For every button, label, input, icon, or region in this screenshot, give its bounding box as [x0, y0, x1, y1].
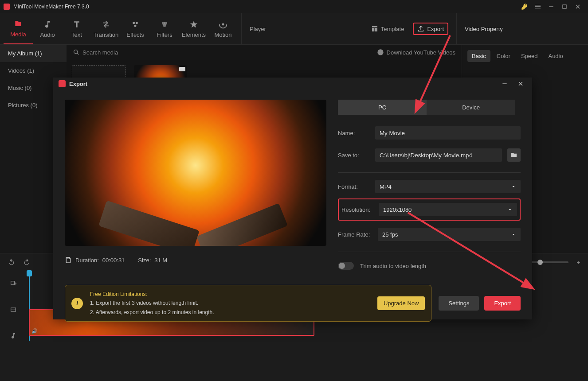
- size-value: 31 M: [154, 257, 167, 264]
- svg-line-12: [77, 53, 78, 54]
- download-label: Download YouTube Videos: [387, 49, 455, 56]
- duration-value: 00:00:31: [102, 257, 125, 264]
- tab-effects[interactable]: Effects: [121, 13, 150, 44]
- svg-point-13: [377, 49, 383, 55]
- prop-tab-audio[interactable]: Audio: [544, 50, 567, 62]
- dialog-close-button[interactable]: [514, 78, 527, 90]
- svg-rect-1: [563, 5, 566, 8]
- browse-folder-button[interactable]: [507, 148, 521, 162]
- svg-rect-19: [11, 308, 16, 311]
- chevron-down-icon: [511, 184, 516, 189]
- svg-point-11: [74, 50, 78, 54]
- settings-button[interactable]: Settings: [439, 296, 479, 311]
- duration-label: Duration:: [75, 257, 99, 264]
- tab-elements[interactable]: Elements: [179, 13, 208, 44]
- menu-icon[interactable]: [531, 0, 545, 13]
- limitations-line2: 2. Afterwards, export video up to 2 minu…: [90, 308, 370, 317]
- tab-audio[interactable]: Audio: [33, 13, 62, 44]
- export-dialog: Export Duration: 00:00:31 Size: 31 M PC …: [53, 78, 532, 319]
- export-tab-pc[interactable]: PC: [338, 100, 427, 115]
- limitations-header: Free Edition Limitations:: [90, 290, 370, 299]
- dialog-minimize-button[interactable]: [498, 78, 511, 90]
- minimize-button[interactable]: [545, 0, 558, 13]
- template-label: Template: [381, 26, 404, 32]
- tab-label: Text: [71, 31, 82, 38]
- tab-label: Audio: [40, 31, 55, 38]
- trim-audio-label: Trim audio to video length: [360, 263, 426, 269]
- sidebar-item-videos[interactable]: Videos (1): [0, 62, 67, 79]
- tab-filters[interactable]: Filters: [150, 13, 179, 44]
- prop-tab-basic[interactable]: Basic: [467, 50, 490, 62]
- export-preview: [65, 100, 326, 246]
- main-toolbar: Media Audio Text Transition Effects Filt…: [0, 13, 588, 45]
- redo-icon[interactable]: [23, 258, 30, 267]
- svg-point-9: [163, 24, 166, 27]
- svg-rect-24: [67, 257, 69, 259]
- svg-point-4: [133, 22, 135, 24]
- resolution-value: 1920x1080: [383, 206, 412, 213]
- download-youtube-button[interactable]: Download YouTube Videos: [377, 49, 455, 56]
- app-title: MiniTool MovieMaker Free 7.3.0: [13, 4, 89, 10]
- prop-tab-speed[interactable]: Speed: [517, 50, 542, 62]
- tab-label: Effects: [126, 31, 144, 38]
- chevron-down-icon: [511, 232, 516, 237]
- format-value: MP4: [380, 183, 392, 190]
- search-icon: [73, 49, 80, 56]
- export-dialog-logo-icon: [59, 80, 66, 87]
- sidebar-item-myalbum[interactable]: My Album (1): [0, 45, 67, 62]
- framerate-value: 25 fps: [382, 231, 398, 238]
- license-key-icon[interactable]: [518, 0, 531, 13]
- export-dialog-title: Export: [69, 81, 87, 87]
- zoom-in-icon[interactable]: +: [576, 259, 580, 266]
- chevron-down-icon: [507, 207, 513, 212]
- titlebar: MiniTool MovieMaker Free 7.3.0: [0, 0, 588, 13]
- tab-media[interactable]: Media: [4, 13, 33, 44]
- export-label: Export: [427, 26, 444, 32]
- app-logo-icon: [4, 4, 10, 10]
- svg-point-10: [222, 23, 224, 25]
- player-label: Player: [250, 26, 266, 32]
- tab-text[interactable]: Text: [62, 13, 91, 44]
- save-icon: [65, 257, 72, 264]
- tab-label: Media: [10, 31, 26, 38]
- export-tab-device[interactable]: Device: [427, 100, 515, 115]
- framerate-label: Frame Rate:: [338, 231, 372, 238]
- tab-transition[interactable]: Transition: [91, 13, 121, 44]
- trim-audio-toggle[interactable]: [338, 262, 354, 270]
- maximize-button[interactable]: [558, 0, 571, 13]
- save-label: Save to:: [338, 152, 370, 159]
- template-button[interactable]: Template: [371, 25, 404, 32]
- video-track-icon: [10, 306, 17, 315]
- save-path-input[interactable]: [375, 148, 502, 162]
- svg-point-5: [136, 22, 138, 24]
- format-select[interactable]: MP4: [375, 180, 521, 193]
- format-label: Format:: [338, 183, 370, 190]
- tab-label: Transition: [94, 31, 119, 38]
- name-label: Name:: [338, 130, 370, 136]
- prop-tab-color[interactable]: Color: [492, 50, 515, 62]
- undo-icon[interactable]: [8, 258, 15, 267]
- info-icon: i: [71, 298, 83, 309]
- resolution-select[interactable]: 1920x1080: [379, 203, 517, 216]
- svg-point-6: [134, 24, 137, 27]
- framerate-select[interactable]: 25 fps: [378, 228, 521, 241]
- upgrade-now-button[interactable]: Upgrade Now: [377, 296, 425, 310]
- free-edition-banner: i Free Edition Limitations: 1. Export th…: [65, 285, 431, 322]
- video-property-label: Video Property: [465, 26, 503, 32]
- add-track-icon[interactable]: [10, 280, 17, 288]
- audio-track-icon: [10, 332, 17, 341]
- size-label: Size:: [138, 257, 151, 264]
- export-confirm-button[interactable]: Export: [484, 296, 521, 311]
- close-button[interactable]: [571, 0, 584, 13]
- tab-motion[interactable]: Motion: [208, 13, 238, 44]
- tab-label: Motion: [214, 31, 231, 38]
- svg-rect-16: [11, 281, 15, 285]
- resolution-label: Resolution:: [341, 206, 373, 213]
- speaker-icon: 🔊: [31, 328, 38, 334]
- export-button[interactable]: Export: [413, 23, 448, 35]
- name-input[interactable]: [375, 126, 521, 140]
- limitations-line1: 1. Export the first 3 videos without len…: [90, 299, 370, 307]
- tab-label: Filters: [157, 31, 172, 38]
- search-input[interactable]: Search media: [82, 49, 374, 56]
- tab-label: Elements: [182, 31, 206, 38]
